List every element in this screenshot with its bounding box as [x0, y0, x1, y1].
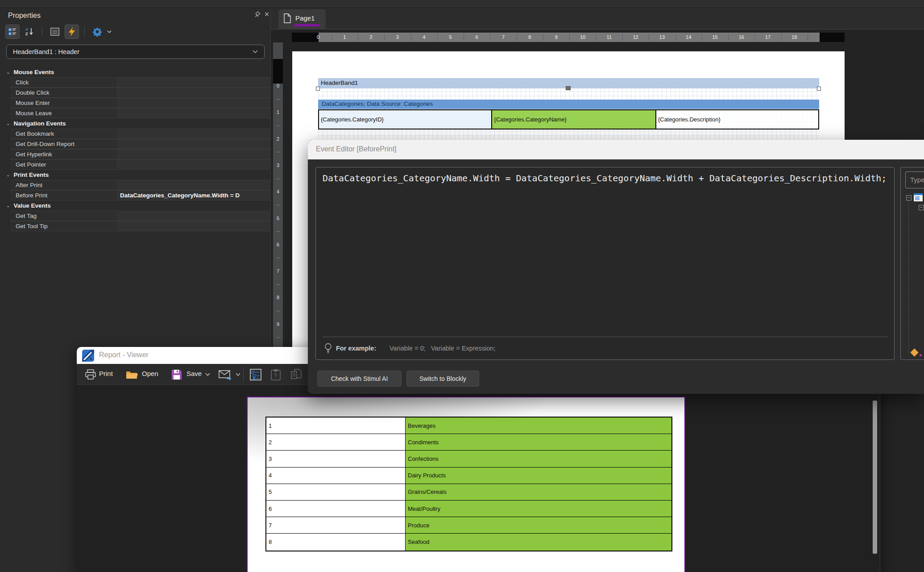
ruler-number: 3: [273, 163, 283, 168]
tab-page1[interactable]: Page1: [278, 9, 326, 29]
viewer-scrollbar[interactable]: [873, 401, 877, 554]
ruler-number: 0: [317, 34, 319, 40]
property-group-navigation-events[interactable]: ⌄Navigation Events: [0, 118, 271, 129]
category-id-cell: 1: [266, 418, 406, 434]
property-row-before-print[interactable]: Before PrintDataCategories_CategoryName.…: [0, 190, 271, 200]
ruler-tick: [276, 284, 280, 285]
property-value[interactable]: [117, 139, 270, 149]
table-row: 3Confections: [266, 451, 671, 467]
property-group-print-events[interactable]: ⌄Print Events: [0, 170, 271, 180]
dialog-titlebar[interactable]: Event Editor [BeforePrint]: [308, 140, 924, 159]
property-row-double-click[interactable]: Double Click: [0, 88, 271, 98]
save-button[interactable]: Save: [186, 370, 202, 377]
ruler-end-cap: [820, 33, 845, 42]
property-value[interactable]: [117, 88, 270, 98]
check-with-stimul-ai-button[interactable]: Check with Stimul AI: [317, 371, 402, 387]
tree-collapse-icon[interactable]: −: [919, 205, 924, 210]
chevron-down-icon[interactable]: [205, 373, 210, 376]
ruler-number: 17: [765, 34, 771, 40]
property-value[interactable]: [117, 149, 270, 159]
form-view-icon[interactable]: [48, 25, 62, 39]
open-folder-icon[interactable]: [126, 370, 138, 380]
type-filter-input[interactable]: Type: [905, 171, 924, 188]
property-label: Mouse Leave: [10, 108, 117, 118]
property-row-mouse-leave[interactable]: Mouse Leave: [0, 108, 271, 118]
parameters-panel-icon[interactable]: [250, 369, 261, 380]
selection-handle-left[interactable]: [316, 87, 320, 91]
tree-guide-line: [908, 201, 909, 354]
save-icon[interactable]: [171, 369, 182, 380]
property-value[interactable]: [117, 108, 270, 118]
switch-to-blockly-button[interactable]: Switch to Blockly: [406, 371, 479, 387]
open-button[interactable]: Open: [142, 370, 158, 377]
categorized-icon[interactable]: [5, 25, 20, 39]
code-editor[interactable]: DataCategories_CategoryName.Width = Data…: [315, 167, 895, 360]
tree-collapse-icon[interactable]: −: [906, 195, 912, 200]
object-selector-dropdown[interactable]: HeaderBand1 : Header: [6, 45, 265, 59]
category-name-cell: Beverages: [406, 418, 671, 434]
cell-category-name[interactable]: {Categories.CategoryName}: [492, 110, 656, 129]
close-icon[interactable]: ✕: [264, 11, 269, 18]
ruler-number: 10: [580, 34, 585, 40]
property-group-value-events[interactable]: ⌄Value Events: [0, 200, 271, 211]
ruler-tick: [675, 34, 676, 41]
property-value[interactable]: [117, 129, 270, 139]
property-label: Mouse Enter: [10, 98, 117, 108]
property-value[interactable]: DataCategories_CategoryName.Width = D: [117, 190, 270, 200]
pin-icon[interactable]: [254, 11, 261, 19]
selection-handle-center[interactable]: [566, 86, 571, 90]
property-row-click[interactable]: Click: [0, 77, 271, 88]
property-row-get-pointer[interactable]: Get Pointer: [0, 159, 271, 170]
ruler-tick: [411, 34, 411, 41]
property-row-get-drill-down-report[interactable]: Get Drill-Down Report: [0, 139, 271, 149]
data-band[interactable]: DataCategories; Data Source: Categories: [318, 100, 819, 109]
property-value[interactable]: [117, 221, 270, 231]
property-group-mouse-events[interactable]: ⌄Mouse Events: [0, 67, 271, 77]
ruler-tick: [728, 34, 729, 41]
print-button[interactable]: Print: [99, 370, 113, 377]
property-row-mouse-enter[interactable]: Mouse Enter: [0, 98, 271, 108]
svg-text:?: ?: [274, 372, 277, 379]
ruler-number: 4: [273, 189, 283, 194]
property-value[interactable]: [117, 98, 270, 108]
toolbar-separator: [84, 26, 85, 37]
property-label: Before Print: [10, 190, 117, 200]
print-icon[interactable]: [85, 369, 96, 380]
property-row-get-bookmark[interactable]: Get Bookmark: [0, 129, 271, 139]
table-row: 2Condiments: [266, 434, 671, 451]
ruler-tick: [276, 231, 280, 232]
property-row-after-print[interactable]: After Print: [0, 180, 271, 190]
property-label: Get Pointer: [10, 159, 117, 170]
ruler-tick: [543, 34, 543, 41]
property-value[interactable]: [117, 180, 270, 190]
ruler-tick: [754, 34, 755, 41]
copy-pages-icon: [290, 369, 302, 380]
property-row-get-tag[interactable]: Get Tag: [0, 211, 271, 221]
property-value[interactable]: [117, 211, 270, 221]
email-icon[interactable]: [219, 370, 232, 380]
events-icon[interactable]: [65, 25, 79, 39]
property-value[interactable]: [117, 159, 270, 170]
ruler-tick: [808, 34, 808, 41]
property-value[interactable]: [117, 77, 270, 88]
sort-az-icon[interactable]: A Z: [22, 25, 37, 39]
ruler-number: 18: [791, 34, 797, 40]
selection-handle-right[interactable]: [817, 87, 821, 91]
viewer-app-icon: [82, 350, 94, 362]
clipboard-help-icon: ?: [270, 369, 281, 381]
ruler-number: 8: [273, 295, 283, 300]
svg-text:Z: Z: [25, 32, 28, 36]
window-top-strip: [0, 0, 924, 8]
property-row-get-hyperlink[interactable]: Get Hyperlink: [0, 149, 271, 159]
property-row-get-tool-tip[interactable]: Get Tool Tip: [0, 221, 271, 231]
cell-description[interactable]: {Categories.Description}: [656, 110, 818, 129]
dictionary-panel: Type − −: [900, 167, 924, 360]
property-group-label: Mouse Events: [13, 69, 54, 75]
chevron-down-icon[interactable]: [107, 30, 112, 33]
gear-icon[interactable]: [90, 25, 104, 39]
tree-dot-icon: [920, 354, 922, 356]
category-name-cell: Meat/Poultry: [406, 501, 671, 517]
category-id-cell: 7: [266, 517, 406, 533]
cell-category-id[interactable]: {Categories.CategoryID}: [319, 110, 492, 129]
chevron-down-icon[interactable]: [236, 373, 240, 376]
